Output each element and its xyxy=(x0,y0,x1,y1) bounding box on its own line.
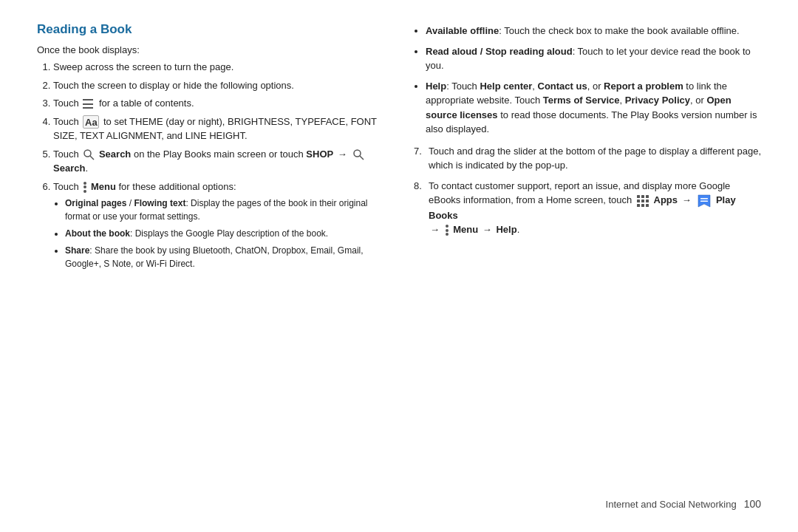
share-label: Share xyxy=(65,245,89,256)
step-8: 8. To contact customer support, report a… xyxy=(414,179,761,237)
help-label-2: Help xyxy=(496,224,516,235)
arrow-4: → xyxy=(482,224,492,235)
search-label-2: Search xyxy=(53,163,85,174)
intro-text: Once the book displays: xyxy=(37,44,384,55)
svg-point-0 xyxy=(84,150,91,157)
right-bullets-list: Available offline: Touch the check box t… xyxy=(414,24,761,137)
svg-rect-15 xyxy=(700,198,708,200)
step-7-container: 7. Touch and drag the slider at the bott… xyxy=(414,144,761,237)
page: Reading a Book Once the book displays: S… xyxy=(0,0,798,532)
svg-rect-12 xyxy=(646,204,649,207)
aa-icon: Aa xyxy=(83,115,99,129)
step-8-text: To contact customer support, report an i… xyxy=(429,179,761,237)
svg-line-3 xyxy=(360,156,364,160)
left-column: Reading a Book Once the book displays: S… xyxy=(37,22,384,491)
menu-label-2: Menu xyxy=(453,224,478,235)
help-center-label: Help center xyxy=(480,81,532,92)
menu-option-about: About the book: Displays the Google Play… xyxy=(65,227,384,240)
flowing-text-label: Flowing text xyxy=(134,198,185,208)
bullet-available-offline: Available offline: Touch the check box t… xyxy=(426,24,761,38)
step-5: Touch Search on the Play Books main scre… xyxy=(53,147,384,176)
menu-label: Menu xyxy=(91,181,116,192)
steps-list: Sweep across the screen to turn the page… xyxy=(37,60,384,270)
apps-label: Apps xyxy=(654,194,678,205)
step-8-num: 8. xyxy=(414,179,424,237)
svg-rect-4 xyxy=(637,195,640,198)
play-books-icon xyxy=(697,194,712,208)
menu-option-original: Original pages / Flowing text: Display t… xyxy=(65,197,384,223)
svg-rect-9 xyxy=(646,200,649,202)
menu-option-share: Share: Share the book by using Bluetooth… xyxy=(65,244,384,270)
contact-us-label: Contact us xyxy=(538,81,587,92)
report-problem-label: Report a problem xyxy=(604,81,683,92)
arrow-3: → xyxy=(430,224,440,235)
svg-line-1 xyxy=(90,156,94,160)
original-pages-label: Original pages xyxy=(65,198,126,208)
bullet-read-aloud: Read aloud / Stop reading aloud: Touch t… xyxy=(426,44,761,73)
step-1: Sweep across the screen to turn the page… xyxy=(53,60,384,75)
step-7: 7. Touch and drag the slider at the bott… xyxy=(414,144,761,173)
svg-rect-6 xyxy=(646,195,649,198)
svg-rect-11 xyxy=(641,204,644,207)
right-column: Available offline: Touch the check box t… xyxy=(414,22,761,491)
svg-rect-5 xyxy=(641,195,644,198)
content-area: Reading a Book Once the book displays: S… xyxy=(37,22,761,491)
available-offline-label: Available offline xyxy=(426,25,499,36)
tos-label: Terms of Service xyxy=(543,95,620,106)
svg-rect-10 xyxy=(637,204,640,207)
step-2: Touch the screen to display or hide the … xyxy=(53,78,384,93)
dots-menu-icon-2 xyxy=(446,225,449,236)
apps-icon xyxy=(636,194,649,208)
footer-page: 100 xyxy=(744,498,761,510)
about-book-label: About the book xyxy=(65,228,130,239)
step-3: Touch for a table of contents. xyxy=(53,96,384,111)
menu-options-list: Original pages / Flowing text: Display t… xyxy=(53,197,384,270)
svg-rect-16 xyxy=(700,200,708,202)
dots-menu-icon xyxy=(83,182,86,193)
shop-label: SHOP xyxy=(306,149,333,160)
step-4: Touch Aa to set THEME (day or night), BR… xyxy=(53,115,384,143)
section-title: Reading a Book xyxy=(37,22,384,37)
footer-label: Internet and Social Networking xyxy=(606,499,737,510)
step-6: Touch Menu for these additional options:… xyxy=(53,180,384,271)
svg-rect-8 xyxy=(641,200,644,202)
search-icon-1 xyxy=(83,149,95,160)
bullet-help: Help: Touch Help center, Contact us, or … xyxy=(426,79,761,137)
help-label: Help xyxy=(426,81,446,92)
privacy-policy-label: Privacy Policy xyxy=(625,95,690,106)
footer: Internet and Social Networking 100 xyxy=(37,491,761,510)
arrow-1: → xyxy=(338,149,347,160)
menu-lines-icon xyxy=(83,99,95,109)
svg-point-2 xyxy=(354,150,361,157)
search-label: Search xyxy=(99,149,131,160)
step-7-num: 7. xyxy=(414,144,424,173)
read-aloud-label: Read aloud / Stop reading aloud xyxy=(426,46,573,57)
svg-rect-7 xyxy=(637,200,640,202)
search-icon-2 xyxy=(352,149,364,160)
step-7-text: Touch and drag the slider at the bottom … xyxy=(429,144,761,173)
arrow-2: → xyxy=(682,194,692,205)
